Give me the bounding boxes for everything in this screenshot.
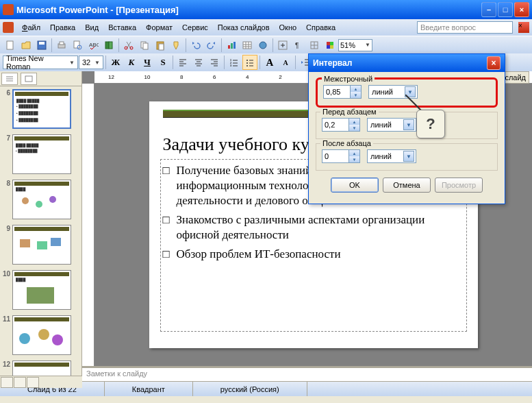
- dialog-close-button[interactable]: ×: [487, 56, 501, 70]
- chevron-down-icon[interactable]: ▼: [403, 119, 414, 130]
- menu-format[interactable]: Формат: [142, 22, 177, 33]
- font-size-combo[interactable]: 32▼: [79, 56, 103, 69]
- underline-button[interactable]: Ч: [140, 55, 155, 70]
- line-spacing-unit-combo[interactable]: линий▼: [368, 85, 418, 99]
- thumbnail-7[interactable]: 7████ █████▪ ████████: [3, 134, 79, 174]
- align-right-button[interactable]: [207, 55, 222, 70]
- bullets-button[interactable]: [242, 55, 257, 70]
- spell-button[interactable]: ABC: [86, 38, 101, 53]
- expand-button[interactable]: [275, 38, 290, 53]
- align-left-button[interactable]: [175, 55, 190, 70]
- svg-point-39: [49, 196, 56, 203]
- redo-button[interactable]: [204, 38, 219, 53]
- sorter-view-button[interactable]: [14, 377, 26, 388]
- spin-down-icon[interactable]: ▼: [349, 156, 359, 162]
- thumbnail-10[interactable]: 10████: [3, 270, 79, 310]
- status-language[interactable]: русский (Россия): [193, 382, 307, 396]
- line-spacing-value[interactable]: [324, 86, 350, 98]
- print-button[interactable]: [54, 38, 69, 53]
- bullet-icon: [163, 163, 177, 208]
- menu-insert[interactable]: Вставка: [104, 22, 140, 33]
- thumbnail-6[interactable]: 6████ █████▪ ████████▪ ████████▪ ███████…: [3, 89, 79, 129]
- bold-button[interactable]: Ж: [108, 55, 123, 70]
- dialog-titlebar[interactable]: Интервал ×: [309, 54, 505, 72]
- close-button[interactable]: ×: [514, 2, 529, 17]
- line-spacing-spinner[interactable]: ▲▼: [323, 85, 362, 99]
- menu-window[interactable]: Окно: [275, 22, 301, 33]
- chevron-down-icon[interactable]: ▼: [403, 151, 414, 162]
- zoom-combo[interactable]: 51%▼: [338, 39, 372, 51]
- spin-down-icon[interactable]: ▼: [349, 125, 359, 131]
- save-button[interactable]: [34, 38, 49, 53]
- thumbnail-11[interactable]: 11: [3, 315, 79, 355]
- show-formatting-button[interactable]: ¶: [291, 38, 306, 53]
- before-unit-combo[interactable]: линий▼: [367, 118, 416, 132]
- svg-rect-16: [228, 45, 230, 49]
- svg-point-32: [246, 62, 248, 64]
- paste-button[interactable]: [153, 38, 168, 53]
- align-center-button[interactable]: [191, 55, 206, 70]
- svg-rect-41: [37, 241, 47, 249]
- slides-tab[interactable]: [21, 73, 37, 85]
- before-spinner[interactable]: ▲▼: [322, 118, 360, 132]
- undo-button[interactable]: [188, 38, 203, 53]
- spin-up-icon[interactable]: ▲: [350, 86, 361, 92]
- preview-button[interactable]: Просмотр: [435, 178, 483, 193]
- normal-view-button[interactable]: [1, 377, 13, 388]
- svg-point-44: [38, 329, 49, 340]
- menu-edit[interactable]: Правка: [46, 22, 79, 33]
- menu-slideshow[interactable]: Показ слайдов: [214, 22, 274, 33]
- after-spinner[interactable]: ▲▼: [322, 149, 360, 163]
- maximize-button[interactable]: □: [498, 2, 513, 17]
- spin-up-icon[interactable]: ▲: [349, 150, 359, 156]
- svg-text:3: 3: [230, 64, 231, 67]
- copy-button[interactable]: [137, 38, 152, 53]
- open-button[interactable]: [18, 38, 34, 53]
- spin-up-icon[interactable]: ▲: [349, 119, 359, 125]
- ok-button[interactable]: OK: [331, 178, 379, 193]
- minimize-button[interactable]: –: [481, 2, 496, 17]
- new-button[interactable]: [3, 38, 18, 53]
- notes-pane[interactable]: Заметки к слайду: [82, 366, 532, 381]
- svg-rect-36: [25, 76, 32, 82]
- numbering-button[interactable]: 123: [227, 55, 242, 70]
- menu-view[interactable]: Вид: [81, 22, 103, 33]
- doc-control-icon[interactable]: [3, 22, 14, 33]
- outline-tab[interactable]: [1, 73, 18, 85]
- color-button[interactable]: [322, 38, 338, 53]
- format-painter-button[interactable]: [168, 38, 183, 53]
- hyperlink-button[interactable]: [255, 38, 270, 53]
- menu-tools[interactable]: Сервис: [178, 22, 212, 33]
- thumbnail-9[interactable]: 9: [3, 225, 79, 265]
- print-preview-button[interactable]: [70, 38, 85, 53]
- grid-button[interactable]: [307, 38, 322, 53]
- doc-close-button[interactable]: ×: [518, 22, 529, 33]
- svg-rect-17: [231, 43, 233, 49]
- svg-text:¶: ¶: [295, 42, 299, 49]
- increase-font-button[interactable]: A: [262, 55, 277, 70]
- table-button[interactable]: [240, 38, 255, 53]
- line-spacing-label: Межстрочный: [322, 75, 375, 83]
- before-value[interactable]: [322, 119, 349, 131]
- research-button[interactable]: [101, 38, 116, 53]
- menu-help[interactable]: Справка: [302, 22, 340, 33]
- font-combo[interactable]: Times New Roman▼: [3, 56, 78, 69]
- standard-toolbar: ABC ¶ 51%▼: [0, 36, 532, 53]
- help-search[interactable]: [417, 21, 513, 34]
- shadow-button[interactable]: S: [155, 55, 170, 70]
- chart-button[interactable]: [224, 38, 239, 53]
- chevron-down-icon[interactable]: ▼: [405, 86, 416, 97]
- menu-file[interactable]: Файл: [18, 22, 45, 33]
- cut-button[interactable]: [121, 38, 136, 53]
- after-value[interactable]: [322, 150, 349, 162]
- spin-down-icon[interactable]: ▼: [350, 92, 361, 98]
- help-input[interactable]: [417, 21, 513, 34]
- vertical-ruler[interactable]: [82, 84, 94, 366]
- after-unit-combo[interactable]: линий▼: [367, 149, 416, 163]
- svg-point-45: [52, 334, 63, 345]
- italic-button[interactable]: К: [124, 55, 139, 70]
- cancel-button[interactable]: Отмена: [383, 178, 431, 193]
- slideshow-view-button[interactable]: [27, 377, 39, 388]
- decrease-font-button[interactable]: A: [278, 55, 293, 70]
- thumbnail-8[interactable]: 8████: [3, 180, 79, 219]
